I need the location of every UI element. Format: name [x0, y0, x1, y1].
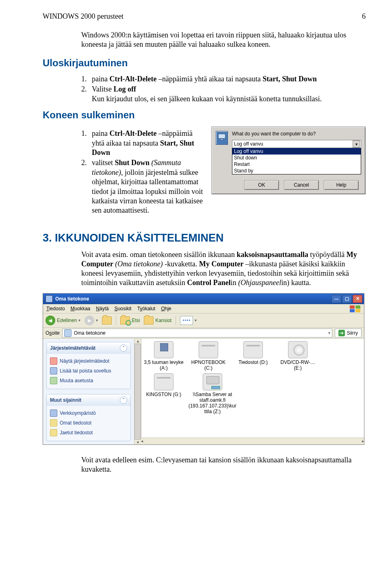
computer-icon: [46, 295, 53, 303]
svg-rect-2: [350, 305, 355, 309]
address-input[interactable]: Oma tietokone ▾: [62, 329, 332, 338]
logoff-steps: 1. paina Ctrl-Alt-Delete –näppäimiä yhtä…: [81, 74, 366, 104]
hdd-icon: [199, 341, 218, 358]
forward-arrow-icon: ►: [84, 316, 94, 325]
chevron-down-icon[interactable]: ▾: [96, 318, 98, 322]
content-pane: ▴ ▾ 3,5 tuuman levyke (A:) HPNOTEBOOK (C…: [134, 339, 364, 444]
option-standby[interactable]: Stand by: [232, 168, 361, 174]
task-add-remove[interactable]: Lisää tai poista sovellus: [48, 366, 129, 376]
task-view-sysinfo[interactable]: Näytä järjestelmätiedot: [48, 356, 129, 366]
scroll-thumb[interactable]: [134, 344, 141, 440]
svg-rect-0: [219, 134, 225, 139]
drive-e-dvd[interactable]: DVD/CD-RW-… (E:): [277, 341, 318, 371]
svg-rect-1: [221, 139, 223, 140]
address-bar: Osoite Oma tietokone ▾ ➔ Siirry: [43, 328, 364, 339]
minimize-button[interactable]: —: [332, 295, 341, 303]
panel-other-places: Muut sijainnit ˆ Verkkoympäristö Omat ti…: [46, 394, 131, 441]
info-icon: [50, 357, 57, 365]
menu-view[interactable]: Näytä: [96, 306, 108, 311]
heading-logoff: Uloskirjautuminen: [43, 57, 366, 69]
vertical-scrollbar[interactable]: ▴ ▾: [134, 339, 141, 444]
step-num: 1.: [81, 129, 92, 157]
action-dropdown[interactable]: Log off vanvu ▾: [232, 140, 361, 148]
option-restart[interactable]: Restart: [232, 161, 361, 168]
separator: [176, 316, 176, 325]
place-mydocs[interactable]: Omat tiedostot: [48, 418, 129, 428]
tail-paragraph: Voit avata edelleen esim. C:levyaseman t…: [81, 455, 366, 474]
shutdown-steps: 1. paina Ctrl-Alt-Delete –näppäimiä yhtä…: [81, 129, 204, 216]
network-drive-icon: [203, 373, 222, 390]
address-value: Oma tietokone: [74, 330, 106, 336]
drive-c[interactable]: HPNOTEBOOK (C:): [188, 341, 229, 371]
intro-paragraph: Windows 2000:n käyttämisen voi lopettaa …: [81, 30, 366, 49]
dvd-icon: [288, 341, 308, 358]
chevron-down-icon[interactable]: ▾: [353, 140, 360, 148]
maximize-button[interactable]: ▢: [342, 295, 352, 303]
heading-windows: 3. IKKUNOIDEN KÄSITTELEMINEN: [43, 232, 366, 244]
svg-rect-5: [355, 309, 360, 312]
task-change-setting[interactable]: Muuta asetusta: [48, 376, 129, 385]
folders-button[interactable]: Kansiot: [144, 316, 171, 324]
panel-title: Järjestelmätehtävät: [50, 345, 95, 351]
drive-d[interactable]: Tiedostot (D:): [233, 341, 273, 371]
drive-z-network[interactable]: \\Samba Server at staff.oamk.fi (193.167…: [188, 373, 237, 414]
views-icon: [180, 316, 193, 325]
toolbar: ◄ Edellinen ▾ ► ▾ Etsi Kansiot: [43, 314, 364, 328]
title-bar[interactable]: Oma tietokone — ▢ ✕: [43, 294, 364, 304]
hdd-icon: [243, 341, 263, 358]
forward-button[interactable]: ► ▾: [84, 316, 98, 325]
scroll-left-icon[interactable]: ◂: [141, 439, 143, 443]
option-shutdown[interactable]: Shut down: [232, 155, 361, 161]
scroll-down-icon[interactable]: ▾: [137, 440, 139, 444]
gear-icon: [50, 377, 57, 384]
menu-tools[interactable]: Työkalut: [137, 306, 156, 311]
step-num: 1.: [81, 74, 92, 84]
heading-shutdown: Koneen sulkeminen: [43, 109, 366, 121]
drive-g[interactable]: KINGSTON (G:): [143, 373, 184, 414]
step-text: paina Ctrl-Alt-Delete –näppäimiä yhtä ai…: [92, 74, 317, 84]
chevron-down-icon[interactable]: ▾: [328, 331, 330, 335]
dropdown-list[interactable]: Log off vanvu Shut down Restart Stand by: [232, 148, 361, 174]
windows-paragraph: Voit avata esim. oman tietokoneen sisäll…: [81, 250, 366, 287]
scroll-right-icon[interactable]: ▸: [362, 439, 364, 443]
place-network[interactable]: Verkkoympäristö: [48, 408, 129, 418]
step-num: 2.: [81, 158, 92, 215]
go-button[interactable]: ➔ Siirry: [335, 329, 362, 338]
chevron-down-icon[interactable]: ▾: [78, 318, 80, 322]
chevron-up-icon[interactable]: ˆ: [120, 344, 127, 352]
address-label: Osoite: [46, 330, 60, 336]
option-logoff[interactable]: Log off vanvu: [232, 148, 361, 155]
separator: [116, 316, 116, 325]
panel-title: Muut sijainnit: [50, 397, 81, 403]
menu-help[interactable]: Ohje: [161, 306, 171, 311]
horizontal-scrollbar[interactable]: ◂ ▸: [141, 438, 364, 444]
cancel-button[interactable]: Cancel: [284, 180, 319, 190]
scroll-up-icon[interactable]: ▴: [137, 339, 139, 343]
search-button[interactable]: Etsi: [120, 316, 140, 324]
chevron-down-icon[interactable]: ▾: [195, 318, 197, 322]
place-shared[interactable]: Jaetut tiedostot: [48, 428, 129, 438]
search-icon: [120, 316, 130, 324]
floppy-icon: [154, 341, 173, 358]
chevron-up-icon[interactable]: ˆ: [120, 396, 127, 404]
window-title: Oma tietokone: [55, 296, 89, 302]
tasks-sidebar: Järjestelmätehtävät ˆ Näytä järjestelmät…: [43, 339, 134, 444]
menu-edit[interactable]: Muokkaa: [71, 306, 91, 311]
menu-favorites[interactable]: Suosikit: [115, 306, 132, 311]
page-number: 6: [362, 12, 366, 21]
menu-bar: Tiedosto Muokkaa Näytä Suosikit Työkalut…: [43, 304, 364, 314]
views-button[interactable]: ▾: [180, 316, 197, 325]
menu-file[interactable]: Tiedosto: [46, 306, 65, 311]
up-button[interactable]: [102, 316, 112, 324]
close-button[interactable]: ✕: [353, 295, 362, 303]
back-button[interactable]: ◄ Edellinen ▾: [46, 316, 80, 325]
dialog-question: What do you want the computer to do?: [232, 131, 361, 137]
box-icon: [50, 367, 57, 375]
help-button[interactable]: Help: [324, 180, 359, 190]
ok-button[interactable]: OK: [244, 180, 279, 190]
dropdown-label: Log off vanvu: [234, 141, 263, 147]
folder-icon: [50, 429, 57, 436]
drive-floppy-a[interactable]: 3,5 tuuman levyke (A:): [143, 341, 184, 371]
hdd-icon: [154, 373, 173, 390]
svg-rect-4: [350, 309, 355, 312]
